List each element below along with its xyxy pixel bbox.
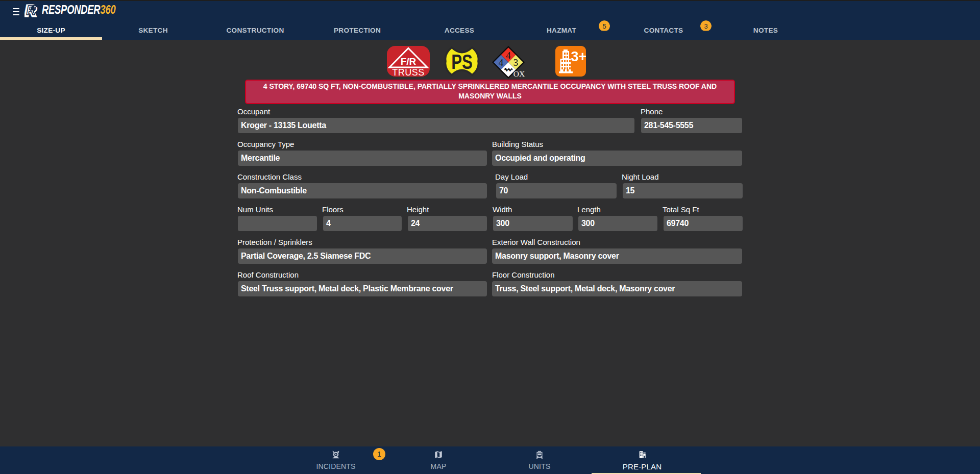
svg-text:F/R: F/R xyxy=(401,56,416,67)
svg-text:W: W xyxy=(504,66,513,72)
svg-text:3: 3 xyxy=(513,57,519,68)
svg-text:3+: 3+ xyxy=(571,49,586,64)
svg-text:OX: OX xyxy=(513,69,525,78)
svg-text:TRUSS: TRUSS xyxy=(392,67,425,77)
svg-text:PS: PS xyxy=(451,51,473,73)
svg-text:4: 4 xyxy=(506,50,511,61)
svg-text:4: 4 xyxy=(499,57,504,68)
